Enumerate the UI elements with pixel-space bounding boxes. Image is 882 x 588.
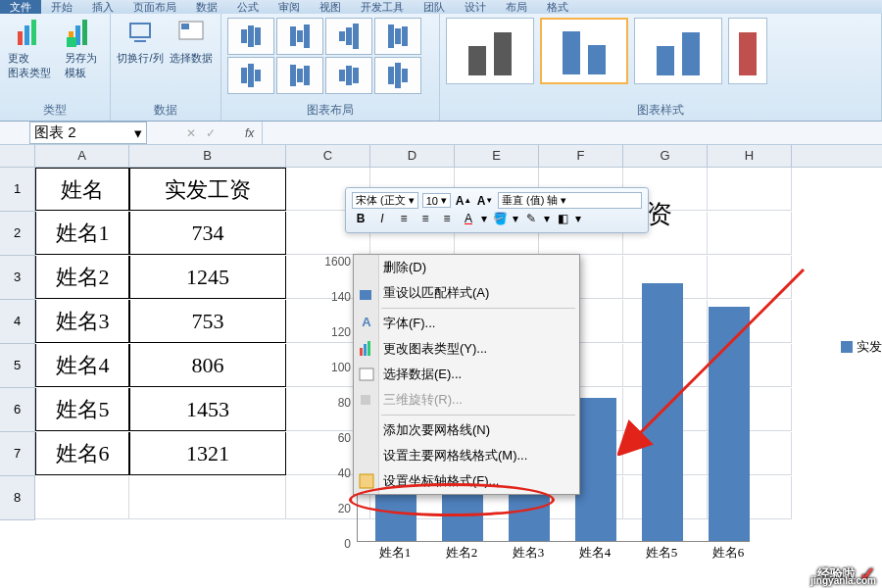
- cell-A6[interactable]: 姓名5: [35, 388, 129, 431]
- size-select[interactable]: 10▾: [422, 193, 451, 208]
- chevron-down-icon: ▾: [409, 194, 415, 207]
- tab-view[interactable]: 视图: [310, 0, 351, 14]
- chevron-down-icon[interactable]: ▾: [513, 212, 518, 225]
- tab-team[interactable]: 团队: [414, 0, 455, 14]
- tab-home[interactable]: 开始: [41, 0, 82, 14]
- ctx-delete[interactable]: 删除(D): [354, 255, 579, 280]
- change-chart-type-button[interactable]: 更改 图表类型: [6, 18, 53, 80]
- tab-design[interactable]: 设计: [455, 0, 496, 14]
- grow-font-button[interactable]: A▲: [455, 193, 472, 209]
- cell-B1[interactable]: 实发工资: [129, 168, 286, 211]
- cell-B4[interactable]: 753: [129, 300, 286, 343]
- tab-review[interactable]: 审阅: [269, 0, 310, 14]
- row-1[interactable]: 1: [0, 168, 35, 212]
- row-3[interactable]: 3: [0, 256, 35, 300]
- cell-A4[interactable]: 姓名3: [35, 300, 129, 343]
- legend-swatch: [841, 341, 853, 353]
- svg-rect-0: [18, 31, 23, 45]
- tab-file[interactable]: 文件: [0, 0, 41, 14]
- cell-A5[interactable]: 姓名4: [35, 344, 129, 387]
- ctx-font[interactable]: A 字体(F)...: [354, 311, 579, 336]
- italic-button[interactable]: I: [373, 211, 391, 226]
- bar-4[interactable]: [575, 398, 616, 541]
- cell-B3[interactable]: 1245: [129, 256, 286, 299]
- row-6[interactable]: 6: [0, 388, 35, 432]
- shrink-font-button[interactable]: A▼: [476, 193, 494, 209]
- cell-B2[interactable]: 734: [129, 212, 286, 255]
- legend-label: 实发: [857, 338, 882, 356]
- switch-row-col-button[interactable]: 切换行/列: [117, 18, 164, 66]
- bar-5[interactable]: [642, 283, 683, 541]
- cell-A1[interactable]: 姓名: [35, 168, 129, 211]
- effects-button[interactable]: ◧: [554, 211, 571, 226]
- axis-select[interactable]: 垂直 (值) 轴▾: [498, 192, 642, 209]
- select-data-icon: [175, 18, 207, 49]
- cell-B7[interactable]: 1321: [129, 432, 286, 475]
- svg-rect-1: [24, 25, 29, 45]
- ctx-select-data[interactable]: 选择数据(E)...: [354, 362, 579, 387]
- row-7[interactable]: 7: [0, 432, 35, 476]
- style-gallery[interactable]: [446, 18, 875, 84]
- row-8[interactable]: 8: [0, 476, 35, 520]
- tab-layout[interactable]: 布局: [496, 0, 537, 14]
- ctx-axis-format[interactable]: 设置坐标轴格式(F)...: [354, 468, 579, 494]
- tab-insert[interactable]: 插入: [82, 0, 123, 14]
- axis-format-icon: [358, 472, 375, 490]
- group-style: 图表样式: [440, 14, 882, 121]
- select-all-corner[interactable]: [0, 145, 35, 167]
- ctx-reset-style[interactable]: 重设以匹配样式(A): [354, 280, 579, 306]
- svg-rect-9: [181, 24, 189, 29]
- font-select[interactable]: 宋体 (正文▾: [352, 192, 418, 209]
- row-4[interactable]: 4: [0, 300, 35, 344]
- chart-legend[interactable]: 实发: [841, 338, 882, 356]
- chart-title[interactable]: 资: [647, 197, 672, 231]
- cell-B5[interactable]: 806: [129, 344, 286, 387]
- ctx-change-chart-type[interactable]: 更改图表类型(Y)...: [354, 336, 579, 362]
- cell-A2[interactable]: 姓名1: [35, 212, 129, 255]
- confirm-icon[interactable]: ✓: [206, 126, 216, 140]
- group-type: 更改 图表类型 另存为 模板 类型: [0, 14, 111, 121]
- row-2[interactable]: 2: [0, 212, 35, 256]
- group-layout-label: 图表布局: [227, 100, 433, 121]
- layout-gallery[interactable]: [227, 18, 433, 94]
- tab-format[interactable]: 格式: [537, 0, 578, 14]
- svg-rect-11: [360, 348, 363, 356]
- cell-B6[interactable]: 1453: [129, 388, 286, 431]
- select-data-button[interactable]: 选择数据: [168, 18, 215, 66]
- dropdown-icon[interactable]: ▾: [134, 124, 142, 142]
- cube-icon: [358, 391, 375, 409]
- col-A[interactable]: A: [35, 145, 129, 167]
- col-B[interactable]: B: [129, 145, 286, 167]
- ctx-major-gridlines-format[interactable]: 设置主要网格线格式(M)...: [354, 443, 579, 468]
- ctx-add-minor-gridlines[interactable]: 添加次要网格线(N): [354, 417, 579, 443]
- align-right-button[interactable]: ≡: [438, 211, 456, 226]
- cell-A3[interactable]: 姓名2: [35, 256, 129, 299]
- align-left-button[interactable]: ≡: [395, 211, 413, 226]
- row-5[interactable]: 5: [0, 344, 35, 388]
- bar-6[interactable]: [709, 307, 750, 541]
- name-box-value: 图表 2: [34, 123, 76, 142]
- cancel-icon[interactable]: ✕: [186, 126, 196, 140]
- fx-label[interactable]: fx: [245, 126, 254, 140]
- svg-rect-12: [364, 344, 367, 356]
- svg-rect-15: [361, 395, 370, 405]
- save-as-template-button[interactable]: 另存为 模板: [57, 18, 104, 80]
- chevron-down-icon[interactable]: ▾: [575, 212, 581, 225]
- chevron-down-icon[interactable]: ▾: [544, 212, 550, 225]
- fill-color-button[interactable]: 🪣: [491, 211, 509, 226]
- align-center-button[interactable]: ≡: [416, 211, 434, 226]
- font-color-button[interactable]: A: [460, 211, 477, 226]
- group-data: 切换行/列 选择数据 数据: [111, 14, 221, 121]
- bold-button[interactable]: B: [352, 211, 369, 226]
- formula-input[interactable]: [262, 122, 882, 144]
- tab-data[interactable]: 数据: [186, 0, 227, 14]
- tab-pagelayout[interactable]: 页面布局: [123, 0, 186, 14]
- tab-dev[interactable]: 开发工具: [351, 0, 414, 14]
- group-style-label: 图表样式: [446, 100, 875, 121]
- border-button[interactable]: ✎: [522, 211, 540, 226]
- chart-object[interactable]: 资 宋体 (正文▾ 10▾ A▲ A▼ 垂直 (值) 轴▾ B I ≡ ≡ ≡ …: [314, 162, 862, 573]
- cell-A7[interactable]: 姓名6: [35, 432, 129, 475]
- tab-formula[interactable]: 公式: [227, 0, 269, 14]
- name-box[interactable]: 图表 2 ▾: [29, 122, 147, 144]
- chevron-down-icon[interactable]: ▾: [481, 212, 487, 225]
